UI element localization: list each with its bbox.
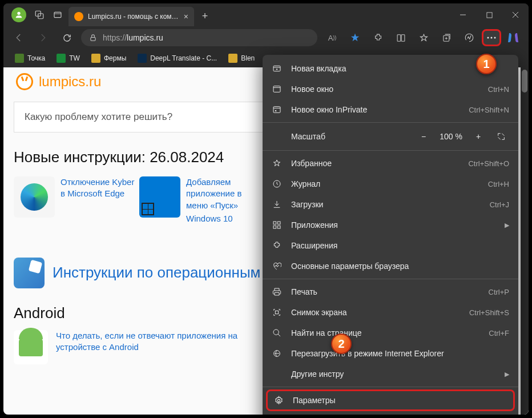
favorites-hub-icon[interactable] <box>413 28 434 47</box>
zoom-value: 100 % <box>438 132 464 141</box>
menu-apps[interactable]: Приложения▶ <box>263 215 518 235</box>
menu-inprivate[interactable]: Новое окно InPrivateCtrl+Shift+N <box>263 99 518 120</box>
extensions-icon[interactable] <box>368 28 388 47</box>
menu-favorites[interactable]: ИзбранноеCtrl+Shift+O <box>263 153 518 174</box>
inprivate-icon <box>272 104 282 115</box>
new-tab-icon <box>272 63 282 74</box>
svg-point-9 <box>487 37 489 39</box>
star-icon <box>272 158 282 168</box>
zoom-out-button[interactable]: − <box>416 128 432 144</box>
back-button[interactable] <box>9 28 29 47</box>
edge-logo-icon <box>21 183 48 211</box>
profile-avatar[interactable] <box>11 7 26 22</box>
main-menu-dropdown: Новая вкладка Новое окноCtrl+N Новое окн… <box>263 55 518 415</box>
heart-pulse-icon <box>272 261 282 271</box>
search-icon <box>272 328 282 338</box>
forward-button <box>33 28 53 47</box>
address-bar: https://lumpics.ru A)) <box>3 26 529 49</box>
svg-rect-14 <box>273 107 280 113</box>
svg-rect-20 <box>275 311 278 314</box>
close-window-button[interactable] <box>502 3 529 26</box>
bookmark-item[interactable]: Точка <box>10 51 50 65</box>
favorite-star-icon[interactable] <box>345 28 365 47</box>
svg-point-0 <box>17 12 20 15</box>
svg-rect-4 <box>486 12 491 17</box>
annotation-callout-2: 2 <box>331 333 352 354</box>
ie-icon <box>272 348 282 359</box>
fullscreen-button[interactable] <box>493 128 509 144</box>
annotation-callout-1: 1 <box>476 54 497 74</box>
bookmark-item[interactable]: Фермы <box>87 51 131 65</box>
history-icon <box>272 179 282 189</box>
copilot-icon[interactable] <box>503 28 523 47</box>
menu-extensions[interactable]: Расширения <box>263 235 518 256</box>
menu-zoom: Масштаб − 100 % + <box>263 125 518 148</box>
main-menu-button[interactable] <box>482 29 501 46</box>
url-input[interactable]: https://lumpics.ru <box>81 29 317 46</box>
refresh-button[interactable] <box>57 28 76 47</box>
os-category-icon <box>14 258 45 288</box>
android-logo-icon <box>14 330 48 364</box>
url-text: https://lumpics.ru <box>103 33 163 42</box>
svg-rect-17 <box>277 222 280 224</box>
maximize-button[interactable] <box>476 3 502 26</box>
read-aloud-icon[interactable]: A)) <box>322 28 342 47</box>
tab-close-icon[interactable]: × <box>184 12 188 21</box>
svg-rect-7 <box>401 34 405 41</box>
svg-rect-6 <box>397 34 401 41</box>
menu-help[interactable]: Справка и отзывы▶ <box>263 412 518 415</box>
site-lock-icon <box>89 34 97 42</box>
article-card[interactable]: Добавляем приложение в меню «Пуск»Window… <box>139 176 260 223</box>
zoom-in-button[interactable]: + <box>470 128 486 144</box>
tab-favicon <box>74 12 83 21</box>
site-name[interactable]: lumpics.ru <box>39 74 101 90</box>
menu-new-window[interactable]: Новое окноCtrl+N <box>263 79 518 99</box>
svg-point-10 <box>491 37 493 39</box>
collections-icon[interactable] <box>436 28 457 47</box>
browser-tab[interactable]: Lumpics.ru - помощь с компьют × <box>68 7 194 26</box>
bookmark-item[interactable]: TW <box>52 51 84 65</box>
browser-window: Lumpics.ru - помощь с компьют × + https:… <box>3 3 529 415</box>
tab-title: Lumpics.ru - помощь с компьют <box>88 13 179 21</box>
svg-rect-16 <box>273 222 276 224</box>
apps-icon <box>272 220 282 230</box>
svg-rect-5 <box>91 37 95 41</box>
menu-settings[interactable]: Параметры <box>266 389 515 411</box>
menu-more-tools[interactable]: Другие инстру▶ <box>263 364 518 384</box>
svg-rect-13 <box>273 86 280 93</box>
titlebar: Lumpics.ru - помощь с компьют × + <box>3 3 529 26</box>
windows-logo-icon <box>139 176 180 218</box>
svg-rect-19 <box>277 226 280 228</box>
bookmark-item[interactable]: DeepL Translate - С... <box>133 51 221 65</box>
svg-rect-18 <box>273 226 276 228</box>
new-tab-button[interactable]: + <box>196 7 213 25</box>
menu-reload-ie[interactable]: Перезагрузить в режиме Internet Explorer <box>263 343 518 364</box>
svg-point-23 <box>277 399 280 401</box>
menu-history[interactable]: ЖурналCtrl+H <box>263 174 518 194</box>
article-card[interactable]: Отключение Kyber в Microsoft Edge <box>14 176 135 223</box>
minimize-button[interactable] <box>450 3 476 26</box>
menu-browser-essentials[interactable]: Основные параметры браузера <box>263 256 518 276</box>
performance-icon[interactable] <box>459 28 479 47</box>
svg-point-21 <box>273 329 279 335</box>
screenshot-icon <box>272 307 282 317</box>
menu-print[interactable]: ПечатьCtrl+P <box>263 282 518 302</box>
new-window-icon <box>272 84 282 94</box>
gear-icon <box>273 395 284 405</box>
menu-downloads[interactable]: ЗагрузкиCtrl+J <box>263 194 518 215</box>
bookmark-item[interactable]: Blen <box>224 51 259 65</box>
extensions-icon <box>272 240 282 251</box>
svg-rect-3 <box>54 12 61 17</box>
svg-point-11 <box>494 37 496 39</box>
print-icon <box>272 287 282 297</box>
site-logo-icon <box>16 73 33 90</box>
download-icon <box>272 199 282 210</box>
scrollbar[interactable] <box>521 67 529 415</box>
workspaces-icon[interactable] <box>34 10 45 20</box>
split-screen-icon[interactable] <box>390 28 411 47</box>
tab-actions-icon[interactable] <box>53 10 63 20</box>
menu-find[interactable]: Найти на страницеCtrl+F <box>263 323 518 343</box>
menu-screenshot[interactable]: Снимок экранаCtrl+Shift+S <box>263 302 518 323</box>
